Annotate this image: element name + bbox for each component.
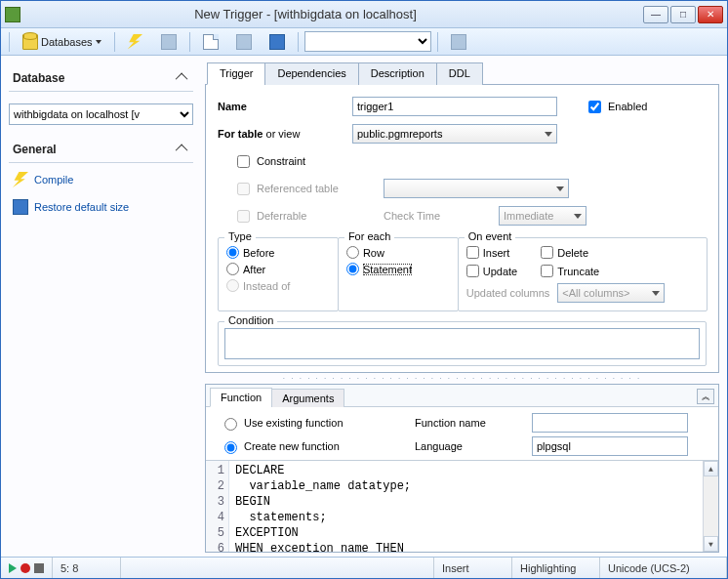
status-spacer [121,558,434,578]
database-panel-header[interactable]: Database [9,67,193,92]
referenced-combo [384,179,569,198]
condition-input[interactable] [224,328,700,359]
toolbar-button[interactable] [263,31,292,53]
body: Database withbigdata on localhost [v Gen… [1,56,727,557]
compile-link[interactable]: Compile [9,169,193,190]
condition-legend: Condition [224,314,277,326]
event-delete-checkbox[interactable]: Delete [541,244,599,261]
referenced-checkbox: Referenced table [233,180,376,198]
toolbar-button[interactable] [154,31,183,53]
use-existing-radio[interactable]: Use existing function [220,415,415,431]
restore-size-link[interactable]: Restore default size [9,196,193,218]
play-icon[interactable] [9,563,17,573]
restore-size-label: Restore default size [34,201,129,213]
updated-columns-value: <All columns> [562,287,629,299]
splitter[interactable]: · · · · · · · · · · · · · · · · · · · · … [205,373,719,384]
updated-columns-combo: <All columns> [557,283,665,303]
function-subtabs: Function Arguments ︽ [206,385,718,407]
type-before-radio[interactable]: Before [226,244,330,261]
foreach-statement-radio[interactable]: Statement [346,261,450,277]
chevron-down-icon [96,40,101,44]
databases-dropdown[interactable]: Databases [16,31,108,53]
name-input[interactable] [352,97,557,116]
window-title: New Trigger - [withbigdata on localhost] [0,7,643,21]
constraint-checkbox[interactable]: Constraint [233,152,305,171]
subtab-arguments[interactable]: Arguments [271,389,344,407]
window-icon [13,199,28,215]
scroll-up-button[interactable]: ▲ [704,461,718,476]
foreach-row-radio[interactable]: Row [346,244,450,261]
code-editor[interactable]: 123456 DECLARE variable_name datatype; B… [206,460,718,552]
document-icon [203,34,219,50]
editor-gutter: 123456 [206,461,229,552]
status-position: 5: 8 [53,558,121,578]
record-icon[interactable] [20,563,30,573]
status-bar: 5: 8 Insert Highlighting Unicode (UCS-2) [1,557,727,578]
function-name-input[interactable] [532,413,688,433]
subtab-function[interactable]: Function [210,388,272,407]
check-time-label: Check Time [384,210,491,222]
for-table-label: For table or view [218,128,344,140]
enabled-checkbox[interactable]: Enabled [585,98,647,116]
for-table-combo[interactable]: public.pgmreports [352,124,557,144]
schema-combo[interactable] [304,31,431,52]
generic-icon [236,34,252,50]
type-legend: Type [224,230,256,242]
generic-icon [161,34,177,50]
tab-description[interactable]: Description [358,62,437,85]
tab-dependencies[interactable]: Dependencies [264,62,358,85]
stop-icon[interactable] [34,563,44,573]
separator [114,32,115,52]
tab-trigger[interactable]: Trigger [207,62,265,85]
chevron-down-icon [545,132,552,137]
type-insteadof-radio: Instead of [226,277,330,294]
maximize-button[interactable]: □ [670,6,696,23]
status-icons [1,558,53,578]
chevron-up-icon [179,143,191,156]
chevron-down-icon [574,214,582,219]
general-panel-header[interactable]: General [9,139,193,163]
check-time-combo: Immediate [499,206,586,226]
check-time-value: Immediate [504,210,553,222]
name-label: Name [218,101,344,112]
create-new-radio[interactable]: Create new function [220,438,415,454]
toolbar-button[interactable] [229,31,259,53]
tab-ddl[interactable]: DDL [436,62,483,85]
function-panel: Function Arguments ︽ Use existing functi… [205,384,719,553]
constraint-checkbox-input[interactable] [237,155,250,168]
scroll-down-button[interactable]: ▼ [704,536,718,552]
execute-button[interactable] [121,31,150,53]
condition-group: Condition [218,321,707,366]
window-buttons: — □ ✕ [643,6,723,23]
separator [298,32,299,52]
event-insert-checkbox[interactable]: Insert [466,244,517,261]
editor-scrollbar[interactable]: ▲ ▼ [703,461,718,552]
toolbar-button[interactable] [196,31,225,53]
onevent-legend: On event [465,230,516,242]
close-button[interactable]: ✕ [698,6,723,23]
event-truncate-checkbox[interactable]: Truncate [541,263,599,279]
separator [9,32,10,52]
minimize-button[interactable]: — [643,6,668,23]
type-after-radio[interactable]: After [226,261,330,277]
type-group: Type Before After Instead of [218,237,339,311]
language-input[interactable] [532,436,688,456]
window-icon [269,34,285,50]
collapse-button[interactable]: ︽ [697,389,714,404]
database-select[interactable]: withbigdata on localhost [v [9,103,193,125]
bolt-icon [13,172,28,187]
database-header-label: Database [13,71,64,85]
database-icon [22,34,38,50]
trigger-form: Name Enabled For table or view public.pg… [205,85,719,373]
referenced-checkbox-input [237,183,250,195]
databases-label: Databases [41,36,93,48]
updated-columns-label: Updated columns [466,287,550,299]
double-chevron-up-icon: ︽ [702,391,710,403]
constraint-label: Constraint [257,155,305,167]
main: Trigger Dependencies Description DDL Nam… [201,56,727,557]
foreach-legend: For each [344,230,394,242]
event-update-checkbox[interactable]: Update [466,263,517,279]
enabled-checkbox-input[interactable] [588,101,601,113]
editor-code[interactable]: DECLARE variable_name datatype; BEGIN st… [229,461,703,552]
toolbar-button[interactable] [444,31,473,53]
